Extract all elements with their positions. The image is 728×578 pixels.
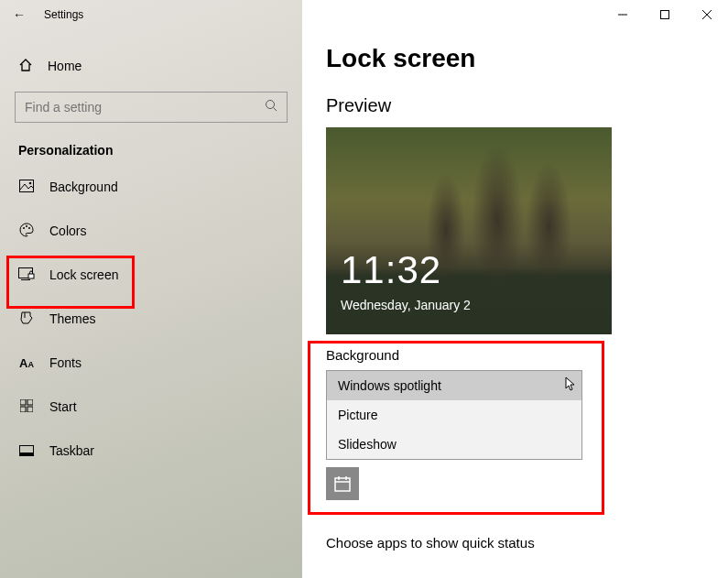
svg-rect-21 <box>335 478 350 491</box>
minimize-button[interactable] <box>602 0 644 29</box>
dropdown-option-slideshow[interactable]: Slideshow <box>327 430 581 459</box>
background-label: Background <box>326 347 615 363</box>
sidebar-item-lock-screen[interactable]: Lock screen <box>15 255 288 295</box>
home-icon <box>18 58 33 75</box>
sidebar-item-label: Taskbar <box>49 443 94 458</box>
svg-rect-20 <box>20 453 33 455</box>
sidebar-item-label: Lock screen <box>49 267 118 282</box>
search-input[interactable] <box>25 100 265 115</box>
svg-rect-16 <box>27 399 33 405</box>
fonts-icon: AA <box>18 356 35 370</box>
svg-rect-17 <box>20 407 26 412</box>
picture-icon <box>18 180 35 195</box>
lock-screen-preview: 11:32 Wednesday, January 2 <box>326 127 612 334</box>
lock-screen-icon <box>18 267 35 283</box>
svg-line-5 <box>274 108 277 112</box>
background-dropdown[interactable]: Windows spotlight Picture Slideshow <box>326 370 582 460</box>
close-button[interactable] <box>686 0 728 29</box>
svg-point-8 <box>23 227 25 229</box>
main-content: Lock screen Preview 11:32 Wednesday, Jan… <box>302 0 728 578</box>
palette-icon <box>18 223 35 240</box>
search-icon <box>265 99 277 115</box>
sidebar-item-themes[interactable]: Themes <box>15 299 288 339</box>
dropdown-option-picture[interactable]: Picture <box>327 400 581 430</box>
themes-icon <box>18 311 35 328</box>
svg-rect-15 <box>20 399 26 405</box>
home-label: Home <box>48 59 81 73</box>
preview-clock: 11:32 <box>341 248 441 292</box>
quick-status-heading: Choose apps to show quick status <box>326 535 728 551</box>
maximize-button[interactable] <box>644 0 686 29</box>
preview-date: Wednesday, January 2 <box>341 298 471 312</box>
window-title: Settings <box>38 8 83 21</box>
sidebar-item-fonts[interactable]: AA Fonts <box>15 343 288 383</box>
home-link[interactable]: Home <box>15 46 288 86</box>
cursor-icon <box>565 376 578 397</box>
svg-rect-1 <box>661 11 669 19</box>
search-box[interactable] <box>15 92 288 123</box>
sidebar-item-label: Start <box>49 399 77 414</box>
svg-point-9 <box>26 225 27 227</box>
dropdown-option-spotlight[interactable]: Windows spotlight <box>327 371 581 400</box>
svg-point-7 <box>29 181 32 184</box>
sidebar-item-label: Fonts <box>49 355 81 370</box>
page-title: Lock screen <box>326 44 728 73</box>
svg-rect-13 <box>28 274 34 278</box>
sidebar-item-taskbar[interactable]: Taskbar <box>15 431 288 471</box>
sidebar-item-label: Colors <box>49 224 86 238</box>
sidebar-item-colors[interactable]: Colors <box>15 211 288 251</box>
calendar-app-tile[interactable] <box>326 467 359 500</box>
sidebar-item-label: Themes <box>49 311 96 326</box>
taskbar-icon <box>18 443 35 459</box>
titlebar: ← Settings <box>0 0 728 29</box>
sidebar-item-label: Background <box>49 180 118 194</box>
back-button[interactable]: ← <box>0 7 38 22</box>
section-title: Personalization <box>15 143 288 158</box>
svg-rect-18 <box>27 407 33 412</box>
start-icon <box>18 399 35 415</box>
svg-point-4 <box>266 101 275 109</box>
sidebar-item-start[interactable]: Start <box>15 387 288 427</box>
preview-heading: Preview <box>326 95 728 116</box>
sidebar-item-background[interactable]: Background <box>15 167 288 207</box>
svg-point-10 <box>28 227 30 229</box>
sidebar: Home Personalization Background Colors <box>0 0 302 578</box>
